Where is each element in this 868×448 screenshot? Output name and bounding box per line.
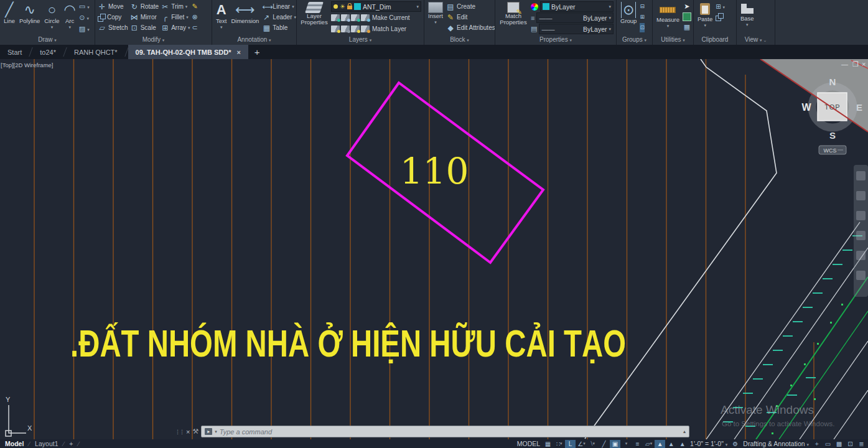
utilities-panel-title[interactable]: Utilities ▾ (653, 35, 693, 45)
viewcube-south[interactable]: S (829, 130, 836, 141)
grid-toggle-icon[interactable]: ▦ (543, 440, 553, 448)
clipboard-panel-title[interactable]: Clipboard (694, 35, 736, 45)
ellipse-button[interactable]: ⊙ ▾ (79, 13, 90, 23)
trim-button[interactable]: ✂Trim ▾ (161, 1, 190, 12)
command-close-icon[interactable]: × (186, 428, 190, 436)
graphics-performance-icon[interactable]: ▩ (834, 440, 844, 448)
group-button[interactable]: ⊙Group (619, 1, 638, 25)
layers-panel-title[interactable]: Layers ▾ (297, 35, 424, 45)
viewcube-west[interactable]: W (801, 102, 811, 113)
layer-freeze-icon[interactable] (341, 14, 350, 21)
close-tab-icon[interactable]: × (236, 49, 240, 56)
lineweight-dropdown[interactable]: ——ByLayer▾ (536, 12, 614, 23)
add-layout-button[interactable]: + (64, 440, 78, 447)
base-button[interactable]: Base▾ (739, 1, 755, 29)
copy-clip-button[interactable]: ⊞ ▾ (716, 2, 725, 12)
dynamic-input-icon[interactable]: L (565, 440, 576, 448)
viewcube-north[interactable]: N (829, 77, 836, 87)
drawing-canvas[interactable]: 110 .ĐẤT NHÓM NHÀ Ở HIỆN HỮU CẢI TẠO N W… (0, 59, 868, 439)
copy-button[interactable]: Copy (98, 12, 128, 22)
create-block-button[interactable]: ▤Create (446, 1, 495, 12)
group-edit-button[interactable]: ⊞ (640, 12, 645, 22)
text-button[interactable]: AText▾ (215, 1, 228, 31)
layer-lock-fade-icon[interactable] (361, 26, 370, 32)
annotation-scale-value[interactable]: 1'-0" = 1'-0" ▾ (688, 440, 729, 447)
layer-unlock-icon[interactable] (361, 14, 370, 21)
layer-isolate-icon[interactable] (331, 26, 340, 32)
new-drawing-button[interactable]: + (248, 45, 266, 59)
stretch-button[interactable]: ▱Stretch (98, 22, 128, 33)
customization-plus-icon[interactable]: ＋ (811, 440, 822, 448)
annotation-panel-title[interactable]: Annotation ▾ (212, 35, 296, 45)
mirror-button[interactable]: ⋈Mirror (130, 12, 159, 22)
command-input[interactable]: ▸ ▾ Type a command ▴ (201, 426, 689, 437)
layer-off-icon[interactable] (331, 14, 340, 21)
properties-panel-title[interactable]: Properties ▾ (495, 35, 616, 45)
scale-button[interactable]: ⊡Scale (130, 22, 159, 33)
match-properties-button[interactable]: Match Properties (498, 1, 529, 26)
close-icon[interactable]: × (862, 60, 866, 68)
workspace-switcher[interactable]: Drafting & Annotation ▾ (741, 440, 811, 447)
insert-button[interactable]: Insert▾ (427, 1, 444, 26)
object-isolate-icon[interactable]: ▭ (823, 440, 833, 448)
layer-unisolate-icon[interactable] (341, 26, 350, 32)
cut-clip-button[interactable] (716, 13, 723, 21)
polar-tracking-icon[interactable]: ∠ ▾ (576, 440, 587, 448)
make-current-button[interactable]: Make Current (372, 14, 410, 21)
restore-icon[interactable]: ❐ (852, 60, 859, 68)
group-selection-toggle[interactable]: ⊡ (640, 23, 645, 32)
tab-active-drawing[interactable]: 09. TAH-QH-02-QH TMB SDD* × (128, 45, 248, 59)
layout1-tab[interactable]: Layout1 (30, 440, 63, 447)
line-button[interactable]: ╱Line (2, 1, 16, 25)
annotation-scale-icon[interactable]: ▲ (677, 440, 688, 448)
command-expand-icon[interactable]: ▴ (683, 429, 686, 434)
ungroup-button[interactable]: ⊟ (640, 2, 645, 11)
model-tab[interactable]: Model (0, 440, 29, 447)
array-button[interactable]: ⊞Array ▾ (161, 22, 190, 33)
object-snap-icon[interactable]: ▣ (610, 440, 620, 448)
object-snap-tracking-icon[interactable]: ╱ (599, 440, 609, 448)
quick-calc-button[interactable]: ▦ (683, 22, 691, 32)
explode-button[interactable]: ⊗ (192, 12, 198, 22)
match-layer-button[interactable]: Match Layer (372, 26, 406, 32)
autoscale-icon[interactable]: ▲ (666, 440, 676, 448)
isodraft-icon[interactable]: ⧵ ▾ (587, 440, 598, 448)
viewcube-east[interactable]: E (856, 102, 862, 113)
measure-button[interactable]: Measure▾ (655, 1, 681, 30)
leader-button[interactable]: ↗Leader ▾ (262, 12, 296, 22)
groups-panel-title[interactable]: Groups ▾ (617, 35, 652, 45)
modify-panel-title[interactable]: Modify ▾ (95, 35, 212, 45)
linear-button[interactable]: ⟷Linear ▾ (262, 1, 296, 12)
wcs-menu[interactable]: WCS (819, 146, 846, 154)
object-color-dropdown[interactable]: ByLayer▾ (540, 1, 614, 12)
circle-button[interactable]: ○Circle▾ (43, 1, 60, 31)
command-dropdown-icon[interactable]: ▾ (215, 429, 217, 434)
fillet-button[interactable]: ╭Fillet ▾ (161, 12, 190, 22)
lineweight-toggle-icon[interactable]: ≡ (632, 440, 643, 448)
draw-panel-title[interactable]: Draw ▾ (0, 35, 95, 45)
select-all-button[interactable] (683, 12, 691, 21)
block-panel-title[interactable]: Block ▾ (424, 35, 495, 45)
layer-lock-toggle-icon[interactable] (351, 14, 360, 21)
layer-properties-button[interactable]: Layer Properties (299, 1, 329, 26)
dimension-button[interactable]: ⟷Dimension (230, 1, 260, 25)
edit-attributes-button[interactable]: ◆Edit Attributes ▾ (446, 22, 495, 33)
view-panel-title[interactable]: View ▾ ⌄ (737, 35, 775, 45)
command-grip-handle[interactable]: ⋮⋮ (175, 429, 184, 435)
transparency-toggle-icon[interactable]: ▱ ▾ (643, 440, 654, 448)
hatch-button[interactable]: ▨ ▾ (79, 24, 90, 34)
object-snap-dropdown-icon[interactable]: ▾ (621, 440, 632, 448)
model-space-indicator[interactable]: MODEL (515, 440, 542, 447)
tab-to24[interactable]: to24* (32, 45, 63, 59)
quick-select-button[interactable]: ➤ (683, 2, 691, 11)
layer-dropdown[interactable]: ☀ ANT_Dim ▾ (331, 1, 421, 12)
layer-freeze-all-icon[interactable] (351, 26, 360, 32)
polyline-button[interactable]: ∿Polyline (18, 1, 41, 25)
erase-button[interactable]: ✎ (192, 2, 198, 11)
rectangle-button[interactable]: ▭ ▾ (79, 2, 90, 12)
command-customize-icon[interactable]: ⚒ (192, 427, 198, 436)
rotate-button[interactable]: ↻Rotate (130, 1, 159, 12)
snap-toggle-icon[interactable]: ∷ ▾ (554, 440, 564, 448)
navigation-bar[interactable] (854, 165, 868, 297)
clean-screen-icon[interactable]: ⊡ (845, 440, 856, 448)
